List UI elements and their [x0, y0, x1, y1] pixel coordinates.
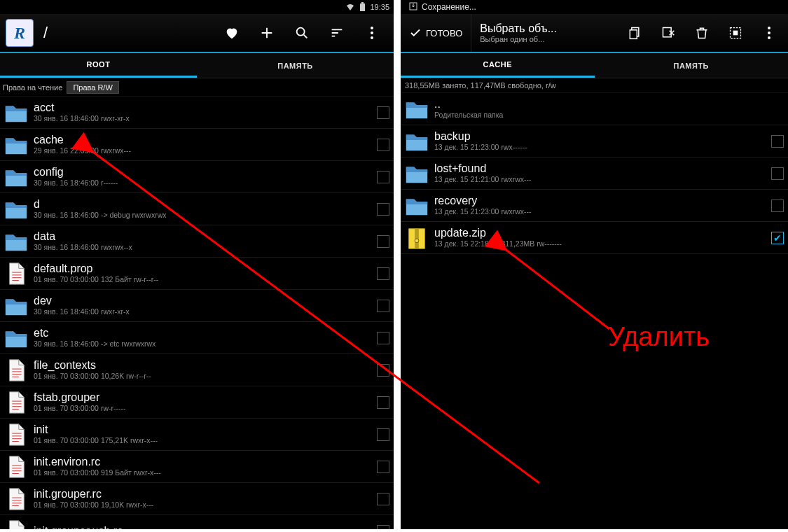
selection-sub: Выбран один об... — [480, 35, 610, 43]
list-item[interactable]: etc30 янв. 16 18:46:00 -> etc rwxrwxrwx — [0, 322, 394, 354]
tab-memory[interactable]: ПАМЯТЬ — [197, 53, 394, 78]
folder-icon — [403, 96, 430, 122]
storage-info: 318,55MB занято, 117,47MB свободно, r/w — [401, 78, 788, 93]
item-sub: Родительская папка — [434, 111, 771, 120]
item-sub: 30 янв. 16 18:46:00 rwxrwx--x — [34, 243, 377, 252]
list-item[interactable]: init.grouper.rc01 янв. 70 03:00:00 19,10… — [0, 483, 394, 515]
file-icon — [3, 454, 29, 480]
add-button[interactable] — [251, 17, 283, 49]
select-all-button[interactable] — [719, 17, 752, 49]
item-name: acct — [34, 102, 377, 114]
item-checkbox[interactable] — [377, 428, 389, 441]
item-checkbox[interactable] — [377, 332, 389, 344]
annotation-delete-label: Удалить — [608, 322, 710, 352]
item-name: fstab.grouper — [34, 391, 377, 404]
tabs-left: ROOT ПАМЯТЬ — [0, 53, 394, 78]
list-item[interactable]: init01 янв. 70 03:00:00 175,21K rwxr-x--… — [0, 419, 394, 451]
list-item[interactable]: config30 янв. 16 18:46:00 r------ — [0, 161, 394, 193]
list-item[interactable]: init.environ.rc01 янв. 70 03:00:00 919 Б… — [0, 451, 394, 483]
filelist-left: acct30 янв. 16 18:46:00 rwxr-xr-xcache29… — [0, 97, 394, 529]
item-checkbox[interactable] — [377, 300, 389, 312]
file-icon — [3, 518, 29, 530]
list-item[interactable]: data30 янв. 16 18:46:00 rwxrwx--x — [0, 225, 394, 258]
folder-icon — [3, 325, 29, 351]
item-name: init — [34, 424, 377, 436]
item-sub: 30 янв. 16 18:46:00 rwxr-xr-x — [34, 114, 377, 123]
list-item[interactable]: backup13 дек. 15 21:23:00 rwx------ — [401, 125, 788, 158]
overflow-button[interactable] — [356, 17, 388, 49]
path-label[interactable]: / — [43, 24, 213, 42]
list-item[interactable]: lost+found13 дек. 15 21:21:00 rwxrwx--- — [401, 158, 788, 190]
folder-icon — [403, 160, 430, 187]
svg-rect-39 — [733, 31, 738, 36]
item-name: init.grouper.usb.rc — [34, 525, 377, 530]
item-checkbox[interactable] — [771, 200, 784, 212]
svg-rect-0 — [360, 4, 365, 11]
item-checkbox[interactable] — [377, 364, 389, 377]
copy-button[interactable] — [618, 17, 651, 49]
screen-left: 19:35 R / ROOT ПАМЯТЬ — [0, 0, 394, 529]
item-sub: 01 янв. 70 03:00:00 175,21K rwxr-x--- — [34, 436, 377, 445]
list-item[interactable]: fstab.grouper01 янв. 70 03:00:00 rw-r---… — [0, 386, 394, 419]
item-sub: 13 дек. 15 21:23:00 rwxrwx--- — [434, 207, 771, 216]
wifi-icon — [345, 3, 355, 11]
file-icon — [3, 421, 29, 448]
item-name: dev — [34, 295, 377, 307]
svg-rect-37 — [663, 28, 672, 37]
actionbar-left: R / — [0, 14, 394, 53]
list-item[interactable]: dev30 янв. 16 18:46:00 rwxr-xr-x — [0, 290, 394, 322]
tab-root[interactable]: ROOT — [0, 53, 197, 78]
delete-button[interactable] — [686, 17, 718, 49]
app-icon[interactable]: R — [6, 19, 34, 47]
list-item[interactable]: d30 янв. 16 18:46:00 -> debug rwxrwxrwx — [0, 193, 394, 225]
list-item[interactable]: acct30 янв. 16 18:46:00 rwxr-xr-x — [0, 97, 394, 129]
item-checkbox[interactable] — [377, 171, 389, 183]
overflow-button-r[interactable] — [753, 17, 785, 49]
item-checkbox[interactable] — [377, 106, 389, 119]
item-checkbox[interactable] — [771, 135, 784, 148]
list-item[interactable]: init.grouper.usb.rc — [0, 515, 394, 529]
perm-rw-button[interactable]: Права R/W — [67, 81, 118, 94]
selection-info[interactable]: Выбрать объ... Выбран один об... — [473, 22, 617, 43]
folder-icon — [3, 228, 29, 255]
item-name: config — [34, 166, 377, 178]
item-checkbox[interactable] — [377, 267, 389, 280]
perm-label: Права на чтение — [3, 83, 62, 92]
item-checkbox[interactable] — [377, 461, 389, 473]
clock: 19:35 — [370, 3, 389, 11]
list-item[interactable]: cache29 янв. 16 22:09:00 rwxrwx--- — [0, 129, 394, 161]
list-item[interactable]: default.prop01 янв. 70 03:00:00 132 Байт… — [0, 258, 394, 290]
svg-point-44 — [415, 238, 419, 242]
list-item[interactable]: update.zip13 дек. 15 22:18:00 311,23MB r… — [401, 222, 788, 254]
status-title: Сохранение... — [422, 2, 476, 12]
list-item[interactable]: recovery13 дек. 15 21:23:00 rwxrwx--- — [401, 190, 788, 222]
folder-icon — [3, 99, 29, 126]
item-checkbox[interactable] — [771, 232, 784, 244]
search-button[interactable] — [286, 17, 318, 49]
sort-button[interactable] — [321, 17, 353, 49]
item-sub: 13 дек. 15 21:23:00 rwx------ — [434, 143, 771, 152]
cut-button[interactable] — [652, 17, 684, 49]
item-checkbox[interactable] — [377, 396, 389, 409]
item-checkbox[interactable] — [377, 493, 389, 505]
svg-point-42 — [768, 36, 770, 39]
item-sub: 29 янв. 16 22:09:00 rwxrwx--- — [34, 146, 377, 155]
list-item[interactable]: ..Родительская папка — [401, 93, 788, 125]
svg-point-4 — [371, 31, 373, 34]
item-checkbox[interactable] — [771, 167, 784, 180]
item-name: backup — [434, 130, 771, 143]
item-name: etc — [34, 327, 377, 340]
done-button[interactable]: ГОТОВО — [401, 14, 471, 52]
item-sub: 13 дек. 15 21:21:00 rwxrwx--- — [434, 175, 771, 184]
item-sub: 13 дек. 15 22:18:00 311,23MB rw------- — [434, 239, 771, 248]
item-checkbox[interactable] — [377, 235, 389, 248]
file-icon — [3, 357, 29, 384]
item-checkbox[interactable] — [377, 203, 389, 216]
item-checkbox[interactable] — [377, 139, 389, 151]
tab-memory-r[interactable]: ПАМЯТЬ — [595, 53, 789, 78]
item-sub: 30 янв. 16 18:46:00 r------ — [34, 178, 377, 188]
tab-cache[interactable]: CACHE — [401, 53, 595, 78]
list-item[interactable]: file_contexts01 янв. 70 03:00:00 10,26K … — [0, 354, 394, 386]
item-checkbox[interactable] — [377, 525, 389, 530]
favorite-button[interactable] — [216, 17, 248, 49]
